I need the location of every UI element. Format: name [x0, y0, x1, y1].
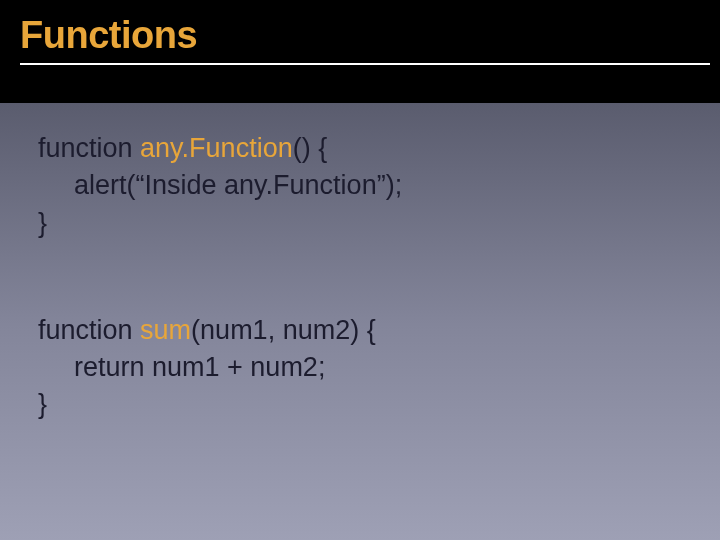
function-name-sum: sum — [133, 315, 192, 345]
param-num2: num2 — [283, 315, 351, 345]
keyword-function: function — [38, 133, 133, 163]
paren-close: ) — [350, 315, 359, 345]
brace-open: { — [311, 133, 328, 163]
func2-body: return num1 + num2; — [38, 349, 682, 386]
code-block-1: function any.Function() { alert(“Inside … — [38, 130, 682, 242]
brace-close: } — [38, 205, 682, 242]
func2-signature: function sum(num1, num2) { — [38, 312, 682, 349]
func1-signature: function any.Function() { — [38, 130, 682, 167]
slide-content: function any.Function() { alert(“Inside … — [0, 102, 720, 452]
keyword-function: function — [38, 315, 133, 345]
function-name-anyfunction: any.Function — [133, 133, 293, 163]
param-num1: num1 — [200, 315, 268, 345]
title-underline — [20, 63, 710, 65]
parens: () — [293, 133, 311, 163]
code-block-2: function sum(num1, num2) { return num1 +… — [38, 312, 682, 424]
func1-body: alert(“Inside any.Function”); — [38, 167, 682, 204]
paren-open: ( — [191, 315, 200, 345]
slide-title: Functions — [20, 14, 700, 57]
comma: , — [268, 315, 283, 345]
slide-header: Functions — [0, 0, 720, 102]
brace-open: { — [359, 315, 376, 345]
brace-close: } — [38, 386, 682, 423]
